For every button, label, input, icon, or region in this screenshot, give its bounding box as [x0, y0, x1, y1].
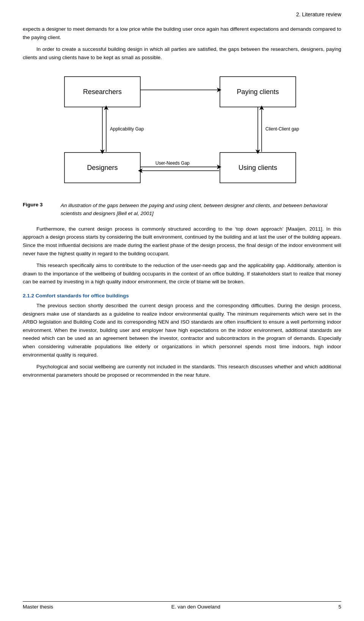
svg-text:Using clients: Using clients — [238, 164, 277, 171]
paragraph-2: In order to create a successful building… — [23, 45, 341, 61]
page-header: 2. Literature review — [23, 11, 341, 17]
figure-label: Figure 3 — [23, 202, 53, 208]
diagram-container: Researchers Paying clients Designers Usi… — [23, 69, 341, 194]
paragraph-4: This research specifically aims to contr… — [23, 261, 341, 286]
figure-caption-row: Figure 3 An illustration of the gaps bet… — [23, 202, 341, 217]
page-footer: Master thesis E. van den Ouweland 5 — [23, 601, 341, 610]
diagram-svg: Researchers Paying clients Designers Usi… — [46, 69, 318, 194]
svg-text:Designers: Designers — [87, 164, 118, 171]
svg-text:Client-Client gap: Client-Client gap — [265, 126, 299, 132]
svg-text:Paying clients: Paying clients — [237, 88, 279, 96]
paragraph-1: expects a designer to meet demands for a… — [23, 25, 341, 41]
footer-center: E. van den Ouweland — [171, 604, 220, 610]
footer-right: 5 — [338, 604, 341, 610]
paragraph-5: The previous section shortly described t… — [23, 302, 341, 359]
section-heading-2-1-2: 2.1.2 Comfort standards for office build… — [23, 293, 341, 299]
svg-text:Researchers: Researchers — [83, 88, 122, 96]
svg-text:User-Needs Gap: User-Needs Gap — [155, 160, 190, 166]
svg-text:Applicability Gap: Applicability Gap — [110, 126, 144, 132]
figure-caption-text: An illustration of the gaps between the … — [61, 202, 341, 217]
paragraph-3: Furthermore, the current design process … — [23, 225, 341, 258]
header-text: 2. Literature review — [296, 11, 341, 17]
paragraph-6: Psychological and social wellbeing are c… — [23, 363, 341, 379]
footer-left: Master thesis — [23, 604, 53, 610]
